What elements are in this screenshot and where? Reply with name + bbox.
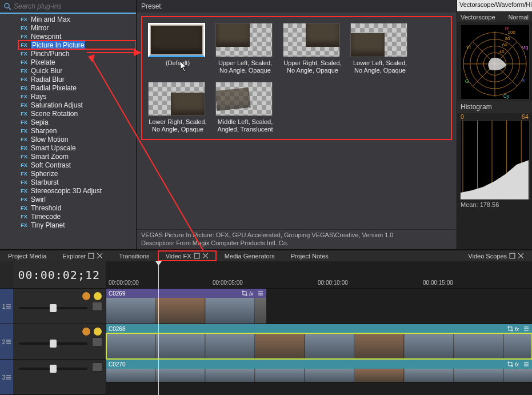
fx-scroll[interactable]: FXMin and MaxFXMirrorFXNewsprintFXPictur… xyxy=(0,14,136,249)
clip-header[interactable]: C0270fx xyxy=(106,360,532,369)
track-util-button[interactable] xyxy=(92,337,102,346)
plugin-info-line2: Description: From Magix Computer Product… xyxy=(141,239,452,247)
preset-item[interactable]: Upper Right, Scaled, No Angle, Opaque xyxy=(283,23,342,74)
fx-item-mirror[interactable]: FXMirror xyxy=(18,23,136,32)
fx-icon[interactable]: fx xyxy=(249,290,256,297)
track-number-2[interactable]: 2 xyxy=(0,324,13,360)
preset-item[interactable]: (Default) xyxy=(148,23,207,74)
fx-item-smart-upscale[interactable]: FXSmart Upscale xyxy=(18,143,136,152)
track-fader[interactable] xyxy=(19,342,87,345)
dock-icon[interactable] xyxy=(88,253,94,259)
fx-item-sepia[interactable]: FXSepia xyxy=(18,118,136,126)
fx-item-spherize[interactable]: FXSpherize xyxy=(18,169,136,178)
fx-item-tiny-planet[interactable]: FXTiny Planet xyxy=(18,221,136,229)
crop-icon[interactable] xyxy=(241,290,248,297)
fx-item-stereoscopic-3d-adjust[interactable]: FXStereoscopic 3D Adjust xyxy=(18,186,136,195)
fx-item-min-and-max[interactable]: FXMin and Max xyxy=(18,15,136,23)
fx-item-soft-contrast[interactable]: FXSoft Contrast xyxy=(18,161,136,169)
preset-item[interactable]: Lower Right, Scaled, No Angle, Opaque xyxy=(148,82,207,133)
fx-item-radial-pixelate[interactable]: FXRadial Pixelate xyxy=(18,83,136,92)
track-number-3[interactable]: 3 xyxy=(0,360,13,395)
close-icon[interactable] xyxy=(97,253,103,259)
fx-item-threshold[interactable]: FXThreshold xyxy=(18,204,136,212)
tab-media-generators[interactable]: Media Generators xyxy=(217,250,283,261)
fx-item-timecode[interactable]: FXTimecode xyxy=(18,212,136,221)
tab-video-scopes[interactable]: Video Scopes xyxy=(460,250,532,261)
menu-icon[interactable] xyxy=(257,290,264,297)
track-fader[interactable] xyxy=(19,307,87,309)
fx-item-swirl[interactable]: FXSwirl xyxy=(18,195,136,204)
crop-icon[interactable] xyxy=(507,361,514,368)
track-util-button[interactable] xyxy=(92,302,102,311)
fx-item-rays[interactable]: FXRays xyxy=(18,92,136,101)
tracks-area[interactable]: 00:00:00;00 00:00:05;00 00:00:10;00 00:0… xyxy=(106,261,532,395)
scopes-top-tab[interactable]: Vectorscope/Waveform/His xyxy=(457,0,532,11)
preset-item[interactable]: Middle Left, Scaled, Angled, Translucent xyxy=(215,82,275,133)
clip-frame xyxy=(454,369,503,382)
track-header-3[interactable] xyxy=(13,360,106,395)
track-row[interactable]: C0268fx xyxy=(106,324,532,360)
fx-item-newsprint[interactable]: FXNewsprint xyxy=(18,32,136,41)
histogram-mean: Mean: 178.56 xyxy=(457,200,532,209)
fx-item-picture-in-picture[interactable]: FXPicture In Picture xyxy=(18,41,136,49)
crop-icon[interactable] xyxy=(507,325,514,332)
preset-item[interactable]: Upper Left, Scaled, No Angle, Opaque xyxy=(215,23,275,74)
clip-header[interactable]: C0269fx xyxy=(106,289,266,298)
record-button[interactable] xyxy=(82,327,91,336)
fx-item-quick-blur[interactable]: FXQuick Blur xyxy=(18,66,136,75)
fx-item-smart-zoom[interactable]: FXSmart Zoom xyxy=(18,152,136,161)
fx-icon[interactable]: fx xyxy=(515,325,522,332)
clip-body[interactable] xyxy=(106,298,266,324)
clip-frame xyxy=(355,369,404,382)
fx-badge-icon: FX xyxy=(19,119,29,126)
track-row[interactable]: C0269fx xyxy=(106,289,532,324)
menu-icon xyxy=(6,374,11,380)
fx-item-pixelate[interactable]: FXPixelate xyxy=(18,58,136,66)
close-icon[interactable] xyxy=(518,253,524,259)
tab-video-fx[interactable]: Video FX xyxy=(158,250,217,261)
svg-text:40: 40 xyxy=(499,49,504,54)
fx-item-saturation-adjust[interactable]: FXSaturation Adjust xyxy=(18,101,136,109)
tab-project-media[interactable]: Project Media xyxy=(0,250,54,261)
fx-item-sharpen[interactable]: FXSharpen xyxy=(18,126,136,135)
track-util-button[interactable] xyxy=(92,362,102,372)
tab-explorer[interactable]: Explorer xyxy=(54,250,111,261)
fx-item-radial-blur[interactable]: FXRadial Blur xyxy=(18,75,136,83)
track-header-2[interactable] xyxy=(13,324,106,360)
clip-header[interactable]: C0268fx xyxy=(106,324,532,333)
menu-icon[interactable] xyxy=(523,361,530,368)
clip-body[interactable] xyxy=(106,369,532,382)
dock-icon[interactable] xyxy=(509,253,515,259)
fx-item-scene-rotation[interactable]: FXScene Rotation xyxy=(18,109,136,118)
track-header-1[interactable] xyxy=(13,289,106,324)
clip-frame xyxy=(355,333,404,359)
track-row[interactable]: C0270fx xyxy=(106,360,532,382)
close-icon[interactable] xyxy=(202,253,209,259)
playhead[interactable] xyxy=(158,261,159,395)
fx-item-starburst[interactable]: FXStarburst xyxy=(18,178,136,186)
record-button[interactable] xyxy=(82,292,91,301)
fx-item-slow-motion[interactable]: FXSlow Motion xyxy=(18,135,136,143)
dock-icon[interactable] xyxy=(194,253,200,259)
timeline-ruler[interactable]: 00:00:00;00 00:00:05;00 00:00:10;00 00:0… xyxy=(106,261,532,289)
clip-frame xyxy=(504,333,532,359)
preset-scroll[interactable]: (Default)Upper Left, Scaled, No Angle, O… xyxy=(137,13,457,229)
track-number-1[interactable]: 1 xyxy=(0,289,13,324)
search-input[interactable] xyxy=(14,2,133,10)
fx-badge-icon: FX xyxy=(19,222,29,229)
solo-button[interactable] xyxy=(93,327,102,336)
fx-icon[interactable]: fx xyxy=(515,361,522,368)
fx-item-pinch-punch[interactable]: FXPinch/Punch xyxy=(18,49,136,58)
solo-button[interactable] xyxy=(93,292,102,301)
fx-badge-icon: FX xyxy=(19,179,29,186)
vectorscope-mode[interactable]: Normal xyxy=(509,14,529,21)
menu-icon[interactable] xyxy=(523,325,530,332)
track-fader[interactable] xyxy=(19,368,87,370)
clip-body[interactable] xyxy=(106,333,532,359)
fx-item-label: Sharpen xyxy=(31,127,57,135)
fx-badge-icon: FX xyxy=(19,50,29,57)
fx-badge-icon: FX xyxy=(19,196,29,203)
tab-transitions[interactable]: Transitions xyxy=(111,250,157,261)
preset-item[interactable]: Lower Left, Scaled, No Angle, Opaque xyxy=(350,23,410,74)
tab-project-notes[interactable]: Project Notes xyxy=(283,250,337,261)
